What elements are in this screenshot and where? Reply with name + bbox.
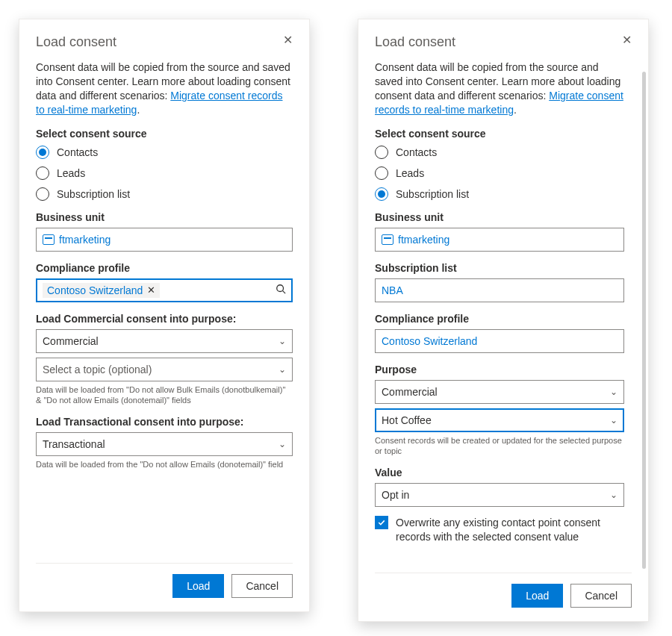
- commercial-topic-select[interactable]: Select a topic (optional) ⌄: [36, 358, 293, 381]
- svg-point-0: [277, 285, 284, 292]
- business-unit-icon: [43, 234, 55, 245]
- panel-body: Consent data will be copied from the sou…: [36, 60, 293, 563]
- subscription-list-label: Subscription list: [375, 262, 624, 274]
- panel-header: Load consent ✕: [36, 34, 293, 50]
- intro-text: Consent data will be copied from the sou…: [36, 60, 293, 117]
- purpose-topic-select[interactable]: Hot Coffee ⌄: [375, 408, 624, 432]
- select-source-label: Select consent source: [375, 128, 624, 140]
- compliance-profile-field[interactable]: Contoso Switzerland: [375, 329, 624, 353]
- transactional-helper: Data will be loaded from the "Do not all…: [36, 459, 293, 470]
- load-consent-panel-subscription: Load consent ✕ Consent data will be copi…: [358, 19, 649, 622]
- radio-label: Leads: [57, 167, 85, 179]
- business-unit-field[interactable]: ftmarketing: [36, 228, 293, 252]
- value-label: Value: [375, 467, 624, 478]
- radio-label: Subscription list: [396, 188, 469, 200]
- close-icon[interactable]: ✕: [283, 34, 293, 46]
- radio-icon: [375, 166, 388, 180]
- chevron-down-icon: ⌄: [610, 490, 617, 500]
- business-unit-icon: [382, 234, 393, 245]
- commercial-purpose-label: Load Commercial consent into purpose:: [36, 313, 293, 325]
- intro-text-post: .: [137, 104, 140, 116]
- transactional-purpose-select[interactable]: Transactional ⌄: [36, 432, 293, 456]
- chevron-down-icon: ⌄: [279, 439, 286, 449]
- business-unit-label: Business unit: [375, 211, 624, 223]
- transactional-purpose-label: Load Transactional consent into purpose:: [36, 416, 293, 428]
- business-unit-value: ftmarketing: [398, 234, 449, 246]
- value-value: Opt in: [382, 489, 409, 501]
- load-button[interactable]: Load: [511, 584, 563, 608]
- radio-icon: [36, 146, 49, 159]
- checkbox-checked-icon: [375, 516, 388, 529]
- compliance-profile-value: Contoso Switzerland: [382, 335, 477, 347]
- radio-icon: [375, 187, 388, 201]
- radio-label: Subscription list: [57, 188, 130, 200]
- radio-subscription-list[interactable]: Subscription list: [375, 187, 624, 201]
- commercial-purpose-select[interactable]: Commercial ⌄: [36, 329, 293, 353]
- radio-icon: [36, 187, 49, 201]
- radio-contacts[interactable]: Contacts: [375, 146, 624, 159]
- radio-label: Contacts: [396, 146, 437, 158]
- overwrite-label: Overwrite any existing contact point con…: [396, 516, 624, 544]
- radio-icon: [375, 146, 388, 159]
- tag-remove-icon[interactable]: ✕: [147, 284, 155, 296]
- radio-subscription-list[interactable]: Subscription list: [36, 187, 293, 201]
- commercial-helper: Data will be loaded from "Do not allow B…: [36, 384, 293, 406]
- cancel-button[interactable]: Cancel: [570, 584, 632, 608]
- purpose-helper: Consent records will be created or updat…: [375, 435, 624, 457]
- chevron-down-icon: ⌄: [610, 387, 617, 397]
- subscription-list-value: NBA: [382, 284, 403, 296]
- compliance-profile-label: Compliance profile: [36, 262, 293, 274]
- compliance-profile-tag: Contoso Switzerland ✕: [43, 283, 160, 298]
- cancel-button[interactable]: Cancel: [231, 574, 293, 598]
- close-icon[interactable]: ✕: [622, 34, 632, 46]
- panel-title: Load consent: [375, 34, 455, 50]
- business-unit-field[interactable]: ftmarketing: [375, 228, 624, 252]
- svg-line-1: [283, 291, 286, 294]
- search-icon[interactable]: [276, 284, 286, 296]
- business-unit-value: ftmarketing: [59, 234, 111, 246]
- intro-text: Consent data will be copied from the sou…: [375, 60, 624, 117]
- business-unit-label: Business unit: [36, 211, 293, 223]
- commercial-topic-placeholder: Select a topic (optional): [43, 364, 152, 375]
- radio-label: Contacts: [57, 146, 98, 158]
- subscription-list-field[interactable]: NBA: [375, 278, 624, 302]
- select-source-label: Select consent source: [36, 128, 293, 140]
- panel-body: Consent data will be copied from the sou…: [375, 60, 632, 573]
- purpose-label: Purpose: [375, 364, 624, 375]
- radio-contacts[interactable]: Contacts: [36, 146, 293, 159]
- value-select[interactable]: Opt in ⌄: [375, 483, 624, 507]
- radio-leads[interactable]: Leads: [36, 166, 293, 180]
- compliance-profile-label: Compliance profile: [375, 313, 624, 325]
- panel-footer: Load Cancel: [375, 573, 632, 621]
- commercial-purpose-value: Commercial: [43, 335, 99, 347]
- panel-header: Load consent ✕: [375, 34, 632, 50]
- radio-icon: [36, 166, 49, 180]
- transactional-purpose-value: Transactional: [43, 438, 105, 450]
- load-consent-panel-contacts: Load consent ✕ Consent data will be copi…: [19, 19, 310, 612]
- panel-title: Load consent: [36, 34, 116, 50]
- chevron-down-icon: ⌄: [279, 336, 286, 346]
- purpose-select[interactable]: Commercial ⌄: [375, 380, 624, 404]
- purpose-topic-value: Hot Coffee: [382, 414, 432, 426]
- overwrite-checkbox-row[interactable]: Overwrite any existing contact point con…: [375, 516, 624, 544]
- chevron-down-icon: ⌄: [279, 364, 286, 375]
- radio-leads[interactable]: Leads: [375, 166, 624, 180]
- intro-text-post: .: [514, 104, 517, 116]
- radio-label: Leads: [396, 167, 424, 179]
- load-button[interactable]: Load: [172, 574, 224, 598]
- scrollbar[interactable]: [642, 72, 646, 569]
- purpose-value: Commercial: [382, 386, 438, 398]
- compliance-profile-value: Contoso Switzerland: [47, 284, 143, 296]
- compliance-profile-lookup[interactable]: Contoso Switzerland ✕: [36, 278, 293, 302]
- chevron-down-icon: ⌄: [610, 415, 617, 425]
- panel-footer: Load Cancel: [36, 563, 293, 611]
